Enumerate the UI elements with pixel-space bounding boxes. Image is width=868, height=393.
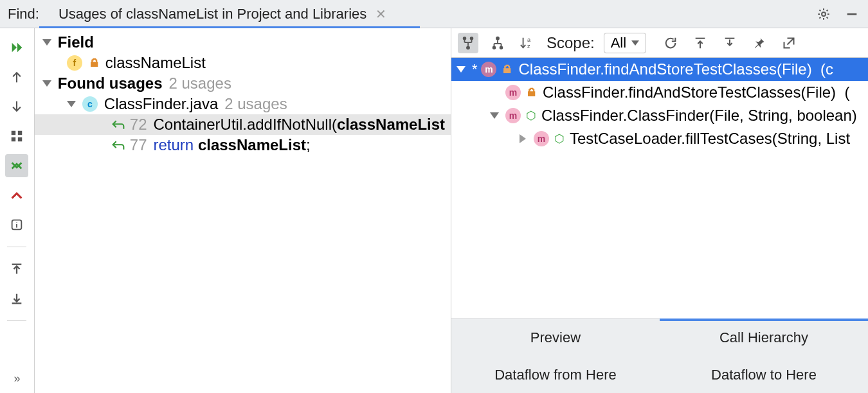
expand-all-button[interactable] <box>5 258 28 281</box>
hierarchy-row[interactable]: * m 🔒︎ ClassFinder.findAndStoreTestClass… <box>451 58 868 81</box>
call-hierarchy-tree: * m 🔒︎ ClassFinder.findAndStoreTestClass… <box>451 58 868 319</box>
svg-rect-4 <box>12 131 15 135</box>
more-button[interactable]: » <box>14 372 20 385</box>
hierarchy-row[interactable]: m ⬡ TestCaseLoader.fillTestCases(String,… <box>451 127 868 150</box>
lock-icon: 🔒︎ <box>526 86 538 100</box>
chevron-down-icon <box>490 112 499 119</box>
tree-file-node[interactable]: cClassFinder.java2 usages <box>35 94 451 114</box>
refresh-button[interactable] <box>660 33 681 53</box>
chevron-right-icon <box>520 134 526 143</box>
left-gutter: » <box>0 28 35 393</box>
method-icon: m <box>505 108 521 123</box>
scope-label: Scope: <box>547 34 595 52</box>
svg-point-21 <box>471 37 473 39</box>
find-toolbar: Find: Usages of classNameList in Project… <box>0 0 868 28</box>
svg-point-20 <box>464 37 466 39</box>
svg-text:a: a <box>527 37 531 43</box>
tree-found-heading[interactable]: Found usages2 usages <box>35 73 451 94</box>
open-in-new-button[interactable] <box>779 33 799 53</box>
group-button[interactable] <box>5 125 28 148</box>
collapse-all-button[interactable] <box>5 287 28 310</box>
close-icon[interactable]: ✕ <box>375 6 386 22</box>
lock-icon: 🔒︎ <box>502 63 513 76</box>
chevron-down-icon <box>631 40 639 46</box>
svg-point-15 <box>467 46 469 49</box>
callee-hierarchy-button[interactable] <box>458 33 478 53</box>
svg-rect-6 <box>12 137 15 141</box>
next-button[interactable] <box>5 95 28 118</box>
svg-point-0 <box>822 12 826 16</box>
svg-line-36 <box>788 38 794 44</box>
svg-rect-7 <box>18 137 22 141</box>
minimize-icon[interactable] <box>845 7 859 21</box>
modified-icon: * <box>472 61 478 78</box>
svg-point-28 <box>500 46 503 49</box>
svg-point-27 <box>493 46 496 49</box>
tab-dataflow-to[interactable]: Dataflow to Here <box>660 356 868 393</box>
method-icon: m <box>481 62 496 77</box>
caller-hierarchy-button[interactable] <box>487 33 508 53</box>
rerun-button[interactable] <box>5 36 28 59</box>
tab-call-hierarchy[interactable]: Call Hierarchy <box>660 319 868 356</box>
autoscroll-to-source-button[interactable] <box>690 33 710 53</box>
sort-button[interactable]: az <box>517 33 538 53</box>
method-icon: m <box>505 85 521 100</box>
return-arrow-icon <box>112 119 125 130</box>
return-arrow-icon <box>112 139 125 151</box>
hierarchy-row[interactable]: m ⬡ ClassFinder.ClassFinder(File, String… <box>451 104 868 127</box>
pin-button[interactable] <box>749 33 770 53</box>
import-highlight-button[interactable] <box>5 154 28 177</box>
find-tab-active[interactable]: Usages of classNameList in Project and L… <box>55 0 390 28</box>
tree-field-heading[interactable]: Field <box>35 32 451 53</box>
svg-text:z: z <box>527 43 530 49</box>
method-icon: m <box>534 131 549 146</box>
chevron-down-icon <box>457 66 466 73</box>
right-panel: az Scope: All * m 🔒︎ ClassFinder.find <box>451 28 868 393</box>
hierarchy-toolbar: az Scope: All <box>451 28 868 58</box>
bottom-tab-bar: Preview Call Hierarchy Dataflow from Her… <box>451 319 868 393</box>
tree-usage-row[interactable]: 72 ContainerUtil.addIfNotNull(classNameL… <box>35 114 451 135</box>
tab-dataflow-from[interactable]: Dataflow from Here <box>451 356 660 393</box>
public-icon: ⬡ <box>526 109 536 123</box>
autoscroll-from-source-button[interactable] <box>719 33 740 53</box>
tree-field-name[interactable]: f🔒︎classNameList <box>35 53 451 73</box>
tab-preview[interactable]: Preview <box>451 319 660 356</box>
svg-point-22 <box>496 37 499 39</box>
tree-usage-row[interactable]: 77 return classNameList; <box>35 135 451 155</box>
scope-select[interactable]: All <box>604 33 646 53</box>
usages-tree: Field f🔒︎classNameList Found usages2 usa… <box>35 28 451 393</box>
hierarchy-row[interactable]: m 🔒︎ ClassFinder.findAndStoreTestClasses… <box>451 81 868 104</box>
public-icon: ⬡ <box>554 132 565 146</box>
find-label: Find: <box>8 6 55 22</box>
info-button[interactable] <box>5 213 28 236</box>
export-highlight-button[interactable] <box>5 184 28 207</box>
svg-rect-5 <box>18 131 22 135</box>
previous-button[interactable] <box>5 66 28 89</box>
gear-icon[interactable] <box>817 7 831 21</box>
tab-active-indicator <box>660 319 868 321</box>
find-tab-title: Usages of classNameList in Project and L… <box>59 6 366 22</box>
lock-icon: 🔒︎ <box>89 57 100 70</box>
